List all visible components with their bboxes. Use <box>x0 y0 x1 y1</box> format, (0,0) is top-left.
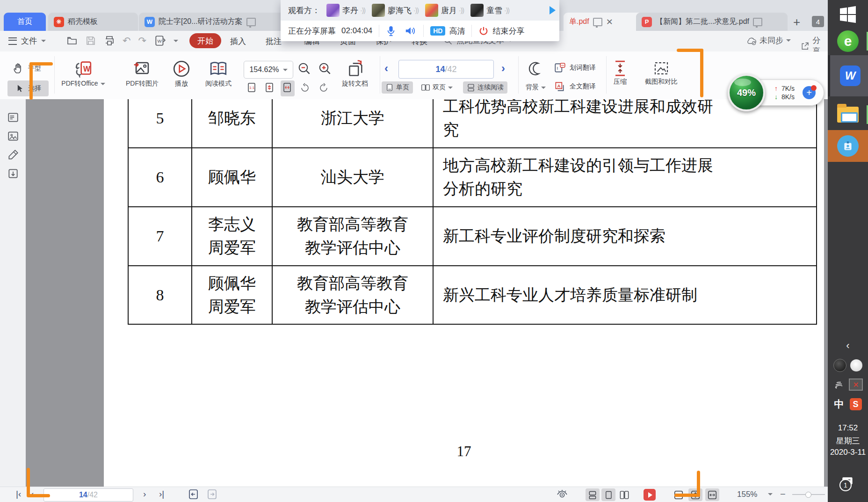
zoom-in-icon[interactable] <box>318 62 332 76</box>
document-area[interactable]: 5邹晓东浙江大学工科优势高校新工科建设进展和成效研究6顾佩华汕头大学地方高校新工… <box>26 99 828 487</box>
voice-wave-icon: ·)) <box>459 7 464 14</box>
network-speed-ball[interactable]: ↑7K/s ↓8K/s + 49% <box>728 74 826 111</box>
single-view-button[interactable] <box>601 488 615 501</box>
fullscreen-play-button[interactable] <box>644 489 656 501</box>
taskbar-contacts-alert[interactable] <box>828 130 868 162</box>
file-menu[interactable]: 文件 <box>8 36 46 46</box>
menu-item-1[interactable]: 批注 <box>266 36 282 47</box>
thumbnail-panel-icon[interactable] <box>7 130 19 142</box>
tray-expand-chevron[interactable]: ‹ <box>828 339 868 353</box>
view-forward-button[interactable] <box>207 489 218 502</box>
signal-icon[interactable] <box>833 379 845 390</box>
zoom-out-icon[interactable] <box>297 62 311 76</box>
start-button[interactable] <box>828 4 868 25</box>
undo-icon[interactable]: ↶ <box>123 35 131 46</box>
status-zoom-value[interactable]: 155% <box>737 490 757 499</box>
tab-news-pdf[interactable]: P 【新闻】第二批...求意见.pdf <box>636 13 788 31</box>
pdf-to-office-button[interactable]: W PDF转Office <box>56 58 110 88</box>
menu-start[interactable]: 开始 <box>189 33 221 48</box>
sogou-icon[interactable]: S <box>850 398 862 410</box>
tray-app-icon[interactable] <box>850 359 862 371</box>
full-translate-button[interactable]: A 全文翻译 <box>554 80 596 93</box>
tab-home[interactable]: 首页 <box>4 13 46 31</box>
actual-size-button[interactable]: 1:1 <box>245 80 259 96</box>
select-tool[interactable]: 选择 <box>7 80 49 96</box>
view-back-button[interactable] <box>188 489 199 502</box>
fit-page-button[interactable] <box>263 80 277 96</box>
tab-active-pdf[interactable]: 单.pdf ✕ <box>564 13 644 31</box>
fit-width-button[interactable] <box>705 488 719 501</box>
word-translate-label: 划词翻译 <box>570 64 596 72</box>
continuous-view-button[interactable] <box>586 488 600 501</box>
memory-ball[interactable]: 49% <box>728 74 765 111</box>
read-mode-button[interactable]: 阅读模式 <box>202 58 235 88</box>
chevron-down-icon[interactable] <box>768 493 773 495</box>
redo-icon[interactable]: ↷ <box>138 35 147 46</box>
open-folder-icon[interactable] <box>66 35 78 46</box>
page-number-box[interactable]: 14 /42 <box>398 60 494 79</box>
taskbar-browser[interactable]: e <box>828 29 868 53</box>
end-share-label[interactable]: 结束分享 <box>492 26 524 36</box>
mic-icon[interactable] <box>386 25 396 36</box>
rotate-doc-icon <box>344 58 366 80</box>
ime-indicator[interactable]: 中 <box>834 398 844 411</box>
status-page-box[interactable]: 14 /42 <box>43 488 133 502</box>
next-page-button[interactable]: › <box>143 489 146 499</box>
chevron-down-icon <box>283 69 288 71</box>
export-panel-icon[interactable] <box>7 167 19 180</box>
background-button[interactable]: 背景 <box>522 81 550 94</box>
play-button[interactable]: 播放 <box>169 58 194 88</box>
end-share-power-icon[interactable] <box>478 26 489 36</box>
chevron-down-icon <box>41 40 46 42</box>
first-page-button[interactable]: |‹ <box>16 489 21 499</box>
pdf-to-image-button[interactable]: PDF转图片 <box>118 58 166 88</box>
fit-width-button[interactable] <box>281 80 295 96</box>
file-menu-label: 文件 <box>21 36 37 46</box>
outline-panel-icon[interactable] <box>7 111 19 124</box>
tab-docer[interactable]: ❋ 稻壳模板 <box>48 13 138 31</box>
annotation-panel-icon[interactable] <box>7 149 19 161</box>
tab-count-badge[interactable]: 4 <box>812 16 824 27</box>
continuous-read-button[interactable]: 连续阅读 <box>463 81 507 94</box>
double-view-button[interactable] <box>617 488 631 501</box>
chevron-down-icon[interactable] <box>174 40 178 42</box>
night-mode-button[interactable] <box>527 60 544 80</box>
save-icon[interactable] <box>85 35 96 46</box>
qq-tray-icon[interactable] <box>833 359 846 372</box>
sync-status[interactable]: 未同步 <box>745 35 791 46</box>
zoom-out-button[interactable]: − <box>780 489 786 500</box>
clock-time[interactable]: 17:52 <box>828 423 868 433</box>
voice-wave-icon: ·)) <box>413 7 419 14</box>
accelerate-button[interactable]: + <box>803 86 816 99</box>
eye-protect-button[interactable] <box>556 489 569 502</box>
cell-organization: 浙江大学 <box>272 99 433 148</box>
read-mode-label: 阅读模式 <box>205 80 231 88</box>
annotation-bracket-bottom-right <box>697 471 700 497</box>
next-page-button[interactable]: › <box>501 62 505 75</box>
speaker-icon[interactable] <box>405 25 417 36</box>
expand-viewers-icon[interactable] <box>550 6 556 15</box>
word-translate-button[interactable]: I 划词翻译 <box>554 62 596 74</box>
snapshot-compare-button[interactable]: 截图和对比 <box>638 59 685 86</box>
print-icon[interactable] <box>104 35 115 46</box>
double-page-button[interactable]: 双页 <box>417 81 456 94</box>
single-page-button[interactable]: 单页 <box>382 81 413 94</box>
notification-center[interactable]: 1 <box>828 470 868 494</box>
taskbar-explorer[interactable] <box>828 102 868 127</box>
close-tab-icon[interactable]: ✕ <box>606 18 613 26</box>
last-page-button[interactable]: ›| <box>159 489 164 499</box>
network-error-icon[interactable]: ✕ <box>849 378 863 391</box>
prev-page-button[interactable]: ‹ <box>384 62 388 75</box>
zoom-select[interactable]: 154.62% <box>244 61 293 79</box>
tab-word-doc[interactable]: W 院士字[20...研讨活动方案 <box>139 13 290 31</box>
menu-item-0[interactable]: 插入 <box>230 36 246 47</box>
new-tab-button[interactable]: + <box>793 15 800 29</box>
zoom-slider-thumb[interactable] <box>805 492 811 498</box>
export-word-icon[interactable]: W <box>154 35 166 47</box>
rotate-doc-button[interactable]: 旋转文档 <box>335 58 375 88</box>
taskbar-wps-active[interactable]: W <box>828 55 868 96</box>
compress-button[interactable]: 压缩 <box>605 59 635 86</box>
rotate-right-icon[interactable] <box>318 82 329 94</box>
hd-badge[interactable]: HD <box>430 26 445 36</box>
rotate-left-icon[interactable] <box>299 82 311 94</box>
